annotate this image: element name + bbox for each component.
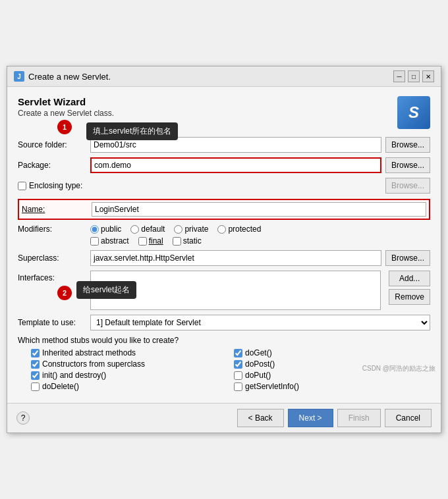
dialog-footer: ? < Back Next > Finish Cancel [7,403,441,433]
dialog: J Create a new Servlet. ─ □ ✕ Servlet Wi… [7,66,441,433]
badge-1: 1 [57,120,72,134]
package-label: Package: [18,161,90,170]
wizard-header: Servlet Wizard Create a new Servlet clas… [18,96,430,129]
name-label: Name: [22,205,92,214]
finish-button: Finish [337,409,381,427]
modifier-protected[interactable]: protected [217,224,261,234]
stubs-section: Which method stubs would you like to cre… [18,336,430,391]
wizard-subtitle: Create a new Servlet class. [18,109,114,118]
modifier-final[interactable]: final [138,236,163,246]
title-bar-controls: ─ □ ✕ [393,70,434,82]
template-select[interactable]: 1] Default template for Servlet [90,315,430,330]
wizard-title: Servlet Wizard [18,96,114,107]
name-input[interactable] [92,202,426,217]
title-bar: J Create a new Servlet. ─ □ ✕ [7,66,441,87]
badge-2: 2 [57,286,72,300]
help-button[interactable]: ? [16,411,30,425]
template-label: Template to use: [18,318,90,327]
next-button[interactable]: Next > [288,409,333,427]
dialog-body: Servlet Wizard Create a new Servlet clas… [7,87,441,403]
tooltip-1: 填上servlet所在的包名 [86,122,178,140]
modifier-default[interactable]: default [130,224,165,234]
modifier-public[interactable]: public [90,224,121,234]
add-interface-button[interactable]: Add... [389,271,430,286]
source-folder-row: Source folder: Browse... [18,137,430,153]
remove-interface-button[interactable]: Remove [389,289,430,305]
modifier-private[interactable]: private [174,224,208,234]
stub-getservletinfo[interactable]: getServletInfo() [234,382,430,391]
template-row: Template to use: 1] Default template for… [18,315,430,330]
cancel-button[interactable]: Cancel [385,409,432,427]
stub-inherited-abstract[interactable]: Inherited abstract methods [31,348,227,357]
stub-constructors[interactable]: Constructors from superclass [31,359,227,369]
superclass-row: Superclass: Browse... [18,250,430,266]
enclosing-type-checkbox[interactable] [18,182,26,190]
back-button[interactable]: < Back [237,409,284,427]
tooltip-2: 给servlet起名 [76,281,136,299]
modifiers-radio-group: public default private protected [90,224,261,234]
enclosing-type-label: Enclosing type: [29,181,82,190]
title-bar-left: J Create a new Servlet. [14,71,111,82]
stub-init-destroy[interactable]: init() and destroy() [31,371,227,380]
package-browse-button[interactable]: Browse... [385,157,430,173]
close-button[interactable]: ✕ [422,70,434,82]
modifiers-label: Modifiers: [18,224,90,234]
watermark: CSDN @阿浩的励志之旅 [362,364,435,373]
interfaces-buttons: Add... Remove [385,271,430,305]
package-input[interactable] [90,157,381,173]
modifiers-row2: abstract final static [18,236,430,246]
stub-doget[interactable]: doGet() [234,348,430,357]
package-row: Package: Browse... [18,157,430,173]
superclass-input[interactable] [90,250,381,266]
wizard-header-text: Servlet Wizard Create a new Servlet clas… [18,96,114,118]
source-folder-label: Source folder: [18,140,90,149]
modifiers-row: Modifiers: public default private protec… [18,224,430,234]
footer-buttons: < Back Next > Finish Cancel [237,409,432,427]
maximize-button[interactable]: □ [408,70,420,82]
stubs-title: Which method stubs would you like to cre… [18,336,430,345]
wizard-logo: S [397,96,430,129]
superclass-label: Superclass: [18,253,90,263]
stub-dodelete[interactable]: doDelete() [31,382,227,391]
name-row: Name: [18,199,430,220]
enclosing-type-row: Enclosing type: Browse... [18,178,430,194]
superclass-browse-button[interactable]: Browse... [385,250,430,266]
enclosing-browse-button: Browse... [385,178,430,194]
dialog-icon: J [14,71,24,82]
dialog-title: Create a new Servlet. [28,72,111,82]
footer-left: ? [16,411,30,425]
minimize-button[interactable]: ─ [393,70,405,82]
modifier-static[interactable]: static [173,236,202,246]
source-folder-browse-button[interactable]: Browse... [385,137,430,153]
modifier-abstract[interactable]: abstract [90,236,129,246]
